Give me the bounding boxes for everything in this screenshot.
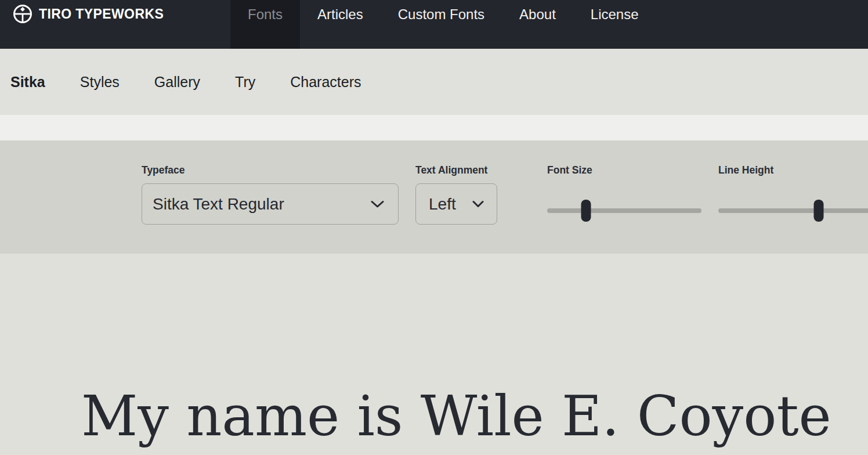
nav-item-articles[interactable]: Articles: [300, 0, 381, 49]
line-height-slider-track[interactable]: [718, 208, 868, 213]
line-height-label: Line Height: [718, 164, 868, 176]
sample-text[interactable]: My name is Wile E. Coyote: [81, 389, 831, 444]
brand-home-link[interactable]: TIRO TYPEWORKS: [0, 0, 164, 24]
top-nav-bar: TIRO TYPEWORKS Fonts Articles Custom Fon…: [0, 0, 868, 49]
brand-name: TIRO TYPEWORKS: [39, 6, 164, 22]
alignment-control-group: Text Alignment Left: [415, 164, 497, 225]
primary-nav: Fonts Articles Custom Fonts About Licens…: [230, 0, 656, 49]
subnav-item-styles[interactable]: Styles: [80, 74, 120, 91]
spacer-strip: [0, 115, 868, 140]
text-alignment-label: Text Alignment: [415, 164, 497, 176]
subnav-item-try[interactable]: Try: [235, 74, 255, 91]
typeface-selected-value: Sitka Text Regular: [153, 195, 284, 214]
subnav-item-gallery[interactable]: Gallery: [154, 74, 200, 91]
tiro-orb-logo-icon: [13, 4, 32, 24]
font-size-control-group: Font Size: [547, 164, 701, 225]
line-height-slider-thumb[interactable]: [813, 200, 823, 222]
line-height-slider[interactable]: [718, 183, 868, 225]
type-preview-area: My name is Wile E. Coyote: [0, 254, 868, 455]
nav-item-about[interactable]: About: [502, 0, 573, 49]
alignment-selected-value: Left: [429, 195, 456, 214]
subnav-item-sitka[interactable]: Sitka: [10, 74, 45, 91]
typeface-select[interactable]: Sitka Text Regular: [142, 183, 399, 225]
chevron-down-icon: [371, 200, 384, 208]
font-size-slider-thumb[interactable]: [581, 200, 591, 222]
nav-item-custom-fonts[interactable]: Custom Fonts: [381, 0, 502, 49]
subnav-item-characters[interactable]: Characters: [290, 74, 361, 91]
nav-item-license[interactable]: License: [573, 0, 656, 49]
font-size-label: Font Size: [547, 164, 701, 176]
line-height-control-group: Line Height: [718, 164, 868, 225]
font-size-slider[interactable]: [547, 183, 701, 225]
chevron-down-icon: [472, 200, 484, 208]
typeface-control-group: Typeface Sitka Text Regular: [142, 164, 399, 225]
type-tester-controls-panel: Typeface Sitka Text Regular Text Alignme…: [0, 140, 868, 254]
text-alignment-select[interactable]: Left: [415, 183, 497, 225]
nav-item-fonts[interactable]: Fonts: [230, 0, 300, 49]
typeface-label: Typeface: [142, 164, 399, 176]
font-sub-nav: Sitka Styles Gallery Try Characters: [0, 49, 868, 115]
font-size-slider-track[interactable]: [547, 208, 701, 213]
